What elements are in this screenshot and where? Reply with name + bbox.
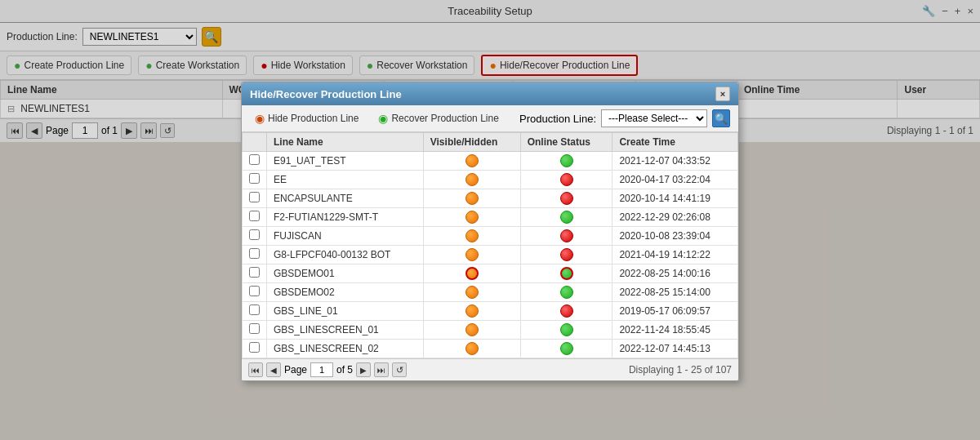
row-checkbox[interactable] bbox=[249, 286, 260, 296]
row-checkbox-cell bbox=[243, 152, 267, 171]
row-visible-hidden bbox=[423, 246, 520, 264]
modal-search-icon: 🔍 bbox=[715, 113, 728, 125]
modal-search-button[interactable]: 🔍 bbox=[712, 109, 730, 127]
modal-col-online-status: Online Status bbox=[520, 133, 612, 152]
row-checkbox[interactable] bbox=[249, 342, 260, 353]
visible-hidden-icon bbox=[466, 248, 479, 261]
visible-hidden-icon bbox=[466, 342, 479, 355]
modal-close-button[interactable]: × bbox=[715, 87, 730, 101]
row-checkbox-cell bbox=[243, 208, 267, 227]
visible-hidden-icon bbox=[466, 229, 479, 242]
row-online-status bbox=[520, 189, 612, 208]
row-visible-hidden bbox=[423, 283, 520, 302]
row-create-time: 2021-04-19 14:12:22 bbox=[612, 246, 738, 264]
row-create-time: 2022-12-07 14:45:13 bbox=[612, 340, 738, 358]
row-checkbox-cell bbox=[243, 227, 267, 246]
row-create-time: 2020-10-08 23:39:04 bbox=[612, 227, 738, 246]
modal-prev-page[interactable]: ◀ bbox=[266, 362, 281, 377]
hide-production-line-button[interactable]: ◉ Hide Production Line bbox=[250, 110, 363, 127]
recover-prod-line-icon: ◉ bbox=[378, 112, 388, 125]
row-checkbox[interactable] bbox=[249, 304, 260, 315]
row-online-status bbox=[520, 302, 612, 321]
row-visible-hidden bbox=[423, 264, 520, 283]
row-visible-hidden bbox=[423, 321, 520, 340]
modal-page-label: Page bbox=[284, 364, 307, 376]
modal-overlay: Hide/Recover Production Line × ◉ Hide Pr… bbox=[0, 0, 980, 440]
modal-toolbar: ◉ Hide Production Line ◉ Recover Product… bbox=[242, 105, 738, 132]
online-status-icon bbox=[560, 286, 573, 299]
online-status-icon bbox=[560, 342, 573, 355]
row-checkbox[interactable] bbox=[249, 154, 260, 165]
row-checkbox[interactable] bbox=[249, 173, 260, 184]
row-checkbox[interactable] bbox=[249, 248, 260, 259]
row-line-name: FUJISCAN bbox=[267, 227, 424, 246]
row-online-status bbox=[520, 208, 612, 227]
row-line-name: G8-LFPCF040-00132 BOT bbox=[267, 246, 424, 264]
modal-col-create-time: Create Time bbox=[612, 133, 738, 152]
row-checkbox-cell bbox=[243, 264, 267, 283]
visible-hidden-icon bbox=[466, 211, 479, 224]
online-status-icon bbox=[560, 192, 573, 205]
row-line-name: F2-FUTIAN1229-SMT-T bbox=[267, 208, 424, 227]
row-line-name: GBS_LINESCREEN_02 bbox=[267, 340, 424, 358]
row-line-name: GBSDEMO02 bbox=[267, 283, 424, 302]
online-status-icon bbox=[560, 154, 573, 167]
online-status-icon bbox=[560, 211, 573, 224]
modal-table-row[interactable]: G8-LFPCF040-00132 BOT2021-04-19 14:12:22 bbox=[243, 246, 738, 264]
row-online-status bbox=[520, 264, 612, 283]
modal-table-row[interactable]: E91_UAT_TEST2021-12-07 04:33:52 bbox=[243, 152, 738, 171]
modal-table-row[interactable]: FUJISCAN2020-10-08 23:39:04 bbox=[243, 227, 738, 246]
row-line-name: EE bbox=[267, 171, 424, 189]
modal-first-page[interactable]: ⏮ bbox=[248, 362, 263, 377]
modal-page-input[interactable] bbox=[310, 362, 333, 377]
row-checkbox-cell bbox=[243, 189, 267, 208]
row-line-name: GBS_LINE_01 bbox=[267, 302, 424, 321]
row-line-name: ENCAPSULANTE bbox=[267, 189, 424, 208]
hide-prod-line-icon: ◉ bbox=[255, 112, 265, 125]
modal-refresh-button[interactable]: ↺ bbox=[392, 362, 407, 377]
row-visible-hidden bbox=[423, 171, 520, 189]
row-checkbox-cell bbox=[243, 321, 267, 340]
online-status-icon bbox=[560, 304, 573, 318]
row-checkbox[interactable] bbox=[249, 323, 260, 334]
row-visible-hidden bbox=[423, 208, 520, 227]
row-online-status bbox=[520, 340, 612, 358]
row-checkbox[interactable] bbox=[249, 267, 260, 278]
row-online-status bbox=[520, 227, 612, 246]
modal-table-row[interactable]: GBSDEMO012022-08-25 14:00:16 bbox=[243, 264, 738, 283]
row-create-time: 2022-11-24 18:55:45 bbox=[612, 321, 738, 340]
row-checkbox[interactable] bbox=[249, 229, 260, 240]
row-checkbox[interactable] bbox=[249, 192, 260, 202]
modal-table-row[interactable]: GBS_LINE_012019-05-17 06:09:57 bbox=[243, 302, 738, 321]
hide-recover-modal: Hide/Recover Production Line × ◉ Hide Pr… bbox=[241, 82, 739, 381]
row-online-status bbox=[520, 152, 612, 171]
row-checkbox-cell bbox=[243, 171, 267, 189]
row-checkbox[interactable] bbox=[249, 211, 260, 221]
row-visible-hidden bbox=[423, 189, 520, 208]
modal-table-row[interactable]: GBS_LINESCREEN_012022-11-24 18:55:45 bbox=[243, 321, 738, 340]
row-visible-hidden bbox=[423, 227, 520, 246]
row-create-time: 2021-12-07 04:33:52 bbox=[612, 152, 738, 171]
modal-table-row[interactable]: EE2020-04-17 03:22:04 bbox=[243, 171, 738, 189]
modal-production-line-select[interactable]: ---Please Select--- bbox=[601, 109, 707, 127]
row-online-status bbox=[520, 171, 612, 189]
row-checkbox-cell bbox=[243, 340, 267, 358]
modal-next-page[interactable]: ▶ bbox=[356, 362, 371, 377]
hide-prod-line-label: Hide Production Line bbox=[268, 113, 359, 124]
modal-table: Line Name Visible/Hidden Online Status C… bbox=[242, 132, 738, 358]
row-visible-hidden bbox=[423, 152, 520, 171]
row-create-time: 2022-12-29 02:26:08 bbox=[612, 208, 738, 227]
visible-hidden-icon bbox=[466, 192, 479, 205]
visible-hidden-icon bbox=[466, 323, 479, 336]
modal-table-row[interactable]: GBS_LINESCREEN_022022-12-07 14:45:13 bbox=[243, 340, 738, 358]
modal-table-row[interactable]: F2-FUTIAN1229-SMT-T2022-12-29 02:26:08 bbox=[243, 208, 738, 227]
modal-last-page[interactable]: ⏭ bbox=[374, 362, 389, 377]
modal-table-row[interactable]: GBSDEMO022022-08-25 15:14:00 bbox=[243, 283, 738, 302]
recover-production-line-button[interactable]: ◉ Recover Production Line bbox=[373, 110, 503, 127]
row-online-status bbox=[520, 283, 612, 302]
row-online-status bbox=[520, 321, 612, 340]
online-status-icon bbox=[560, 229, 573, 242]
modal-table-row[interactable]: ENCAPSULANTE2020-10-14 14:41:19 bbox=[243, 189, 738, 208]
visible-hidden-icon bbox=[466, 304, 479, 318]
row-line-name: E91_UAT_TEST bbox=[267, 152, 424, 171]
